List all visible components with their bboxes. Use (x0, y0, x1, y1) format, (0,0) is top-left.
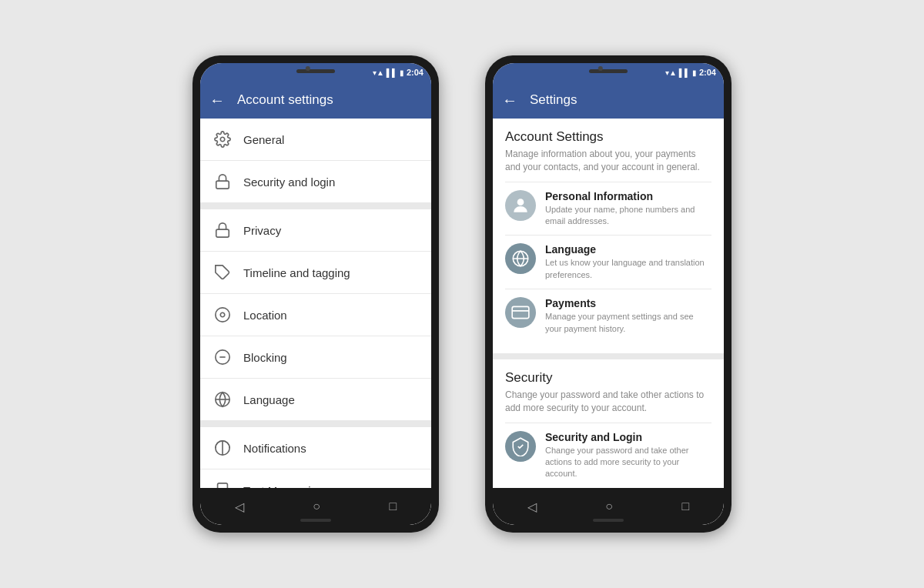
camera-right (598, 66, 603, 71)
signal-icon-right: ▌▌ (679, 68, 690, 77)
tag-icon (213, 262, 233, 282)
security-login-icon (505, 431, 536, 462)
menu-item-text-messaging[interactable]: Text Messaging (200, 469, 431, 488)
message-icon (213, 480, 233, 488)
status-time: 2:04 (407, 68, 424, 77)
svg-point-14 (517, 199, 524, 205)
menu-item-blocking[interactable]: Blocking (200, 336, 431, 379)
menu-label-language: Language (243, 393, 295, 406)
menu-label-timeline: Timeline and tagging (243, 266, 350, 279)
right-phone-content: Account Settings Manage information abou… (493, 119, 724, 488)
divider-2 (200, 421, 431, 427)
nav-back-right[interactable]: ◁ (521, 493, 543, 520)
settings-item-payments[interactable]: Payments Manage your payment settings an… (505, 289, 711, 342)
menu-item-privacy[interactable]: Privacy (200, 209, 431, 252)
signal-icon: ▌▌ (387, 68, 397, 77)
right-phone: ▾▲ ▌▌ ▮ 2:04 ← Settings Account Settings… (485, 55, 732, 533)
account-settings-section: Account Settings Manage information abou… (493, 119, 724, 353)
status-time-right: 2:04 (699, 68, 716, 77)
nav-home-right[interactable]: ○ (599, 493, 619, 520)
language-icon-right (505, 243, 536, 274)
security-login-desc: Change your password and take other acti… (545, 445, 711, 480)
menu-item-language[interactable]: Language (200, 379, 431, 421)
svg-rect-2 (216, 229, 229, 237)
status-icons: ▾▲ ▌▌ ▮ 2:04 (373, 68, 424, 77)
menu-label-security: Security and login (243, 175, 335, 189)
back-button-right[interactable]: ← (502, 92, 517, 109)
payments-text: Payments Manage your payment settings an… (545, 297, 711, 335)
personal-info-icon (505, 190, 536, 221)
wifi-icon-right: ▾▲ (665, 68, 677, 77)
back-button-left[interactable]: ← (209, 92, 225, 109)
menu-label-blocking: Blocking (243, 351, 287, 364)
lock-icon-privacy (213, 220, 233, 240)
section-divider (493, 353, 724, 359)
left-phone-content: General Security and login (200, 119, 431, 488)
settings-item-security-login[interactable]: Security and Login Change your password … (505, 423, 711, 488)
payments-icon (505, 297, 536, 328)
menu-item-security[interactable]: Security and login (200, 161, 431, 203)
globe-icon (213, 389, 233, 409)
lock-icon-security (213, 172, 233, 192)
security-settings-section: Security Change your password and take o… (493, 359, 724, 488)
status-icons-right: ▾▲ ▌▌ ▮ 2:04 (665, 68, 716, 77)
svg-point-4 (216, 308, 229, 322)
app-bar-right: ← Settings (493, 82, 724, 119)
gear-icon (213, 129, 233, 149)
menu-label-notifications: Notifications (243, 442, 306, 455)
svg-point-0 (220, 137, 225, 142)
notifications-icon (213, 438, 233, 458)
menu-item-notifications[interactable]: Notifications (200, 427, 431, 469)
nav-recent-right[interactable]: □ (676, 493, 696, 520)
menu-label-privacy: Privacy (243, 224, 281, 237)
personal-info-title: Personal Information (545, 190, 711, 202)
nav-bar-left: ◁ ○ □ (200, 488, 431, 525)
personal-info-desc: Update your name, phone numbers and emai… (545, 204, 711, 228)
svg-rect-1 (216, 181, 229, 189)
language-title: Language (545, 243, 711, 256)
account-settings-desc: Manage information about you, your payme… (505, 148, 711, 174)
settings-item-language[interactable]: Language Let us know your language and t… (505, 235, 711, 289)
nav-home-left[interactable]: ○ (306, 493, 326, 520)
security-login-text: Security and Login Change your password … (545, 431, 711, 480)
account-settings-title: Account Settings (505, 129, 711, 145)
security-desc: Change your password and take other acti… (505, 389, 711, 415)
svg-point-5 (220, 312, 225, 317)
right-phone-screen: ▾▲ ▌▌ ▮ 2:04 ← Settings Account Settings… (493, 63, 724, 525)
camera (306, 66, 310, 71)
menu-item-timeline[interactable]: Timeline and tagging (200, 252, 431, 294)
wifi-icon: ▾▲ (373, 68, 384, 77)
security-login-title: Security and Login (545, 431, 711, 443)
left-phone-screen: ▾▲ ▌▌ ▮ 2:04 ← Account settings General (200, 63, 431, 525)
svg-rect-17 (512, 307, 529, 319)
left-phone: ▾▲ ▌▌ ▮ 2:04 ← Account settings General (192, 55, 439, 533)
status-bar-right: ▾▲ ▌▌ ▮ 2:04 (493, 63, 724, 82)
menu-label-location: Location (243, 309, 287, 322)
app-bar-left: ← Account settings (200, 82, 431, 119)
security-title: Security (505, 370, 711, 386)
personal-info-text: Personal Information Update your name, p… (545, 190, 711, 228)
location-icon (213, 305, 233, 325)
language-text: Language Let us know your language and t… (545, 243, 711, 281)
language-desc: Let us know your language and translatio… (545, 257, 711, 281)
block-icon (213, 347, 233, 367)
nav-back-left[interactable]: ◁ (229, 493, 250, 520)
menu-item-location[interactable]: Location (200, 294, 431, 336)
settings-item-personal[interactable]: Personal Information Update your name, p… (505, 182, 711, 236)
battery-icon-right: ▮ (692, 68, 697, 77)
nav-recent-left[interactable]: □ (383, 493, 403, 520)
divider-1 (200, 203, 431, 209)
payments-title: Payments (545, 297, 711, 309)
app-bar-title-right: Settings (530, 92, 577, 108)
menu-item-general[interactable]: General (200, 119, 431, 161)
battery-icon: ▮ (400, 68, 404, 77)
payments-desc: Manage your payment settings and see you… (545, 311, 711, 335)
menu-label-general: General (243, 133, 284, 146)
status-bar-left: ▾▲ ▌▌ ▮ 2:04 (200, 63, 431, 82)
app-bar-title-left: Account settings (237, 92, 333, 108)
nav-bar-right: ◁ ○ □ (493, 488, 724, 525)
